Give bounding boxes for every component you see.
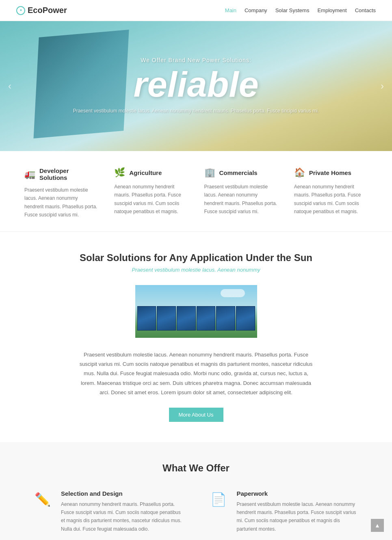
feature-header: 🌿 Agriculture bbox=[114, 167, 188, 178]
hero-subtitle: We Offer Brand New Power Solutions: bbox=[73, 57, 319, 63]
feature-icon: 🏢 bbox=[204, 167, 215, 178]
solar-panel-1 bbox=[137, 306, 156, 330]
feature-item: 🚛 Developer Solutions Praesent vestibulu… bbox=[16, 167, 106, 219]
logo-text: EcoPower bbox=[28, 6, 67, 15]
hero-title: reliable bbox=[73, 67, 319, 102]
hero-section: ‹ We Offer Brand New Power Solutions: re… bbox=[0, 21, 392, 151]
feature-title: Commercials bbox=[219, 169, 258, 176]
nav-item-contacts[interactable]: Contacts bbox=[355, 7, 376, 13]
offer-content: Paperwork Praesent vestibulum molestie l… bbox=[237, 490, 360, 534]
feature-title: Developer Solutions bbox=[39, 167, 98, 181]
main-nav: MainCompanySolar SystemsEmploymentContac… bbox=[225, 7, 376, 13]
feature-header: 🏢 Commercials bbox=[204, 167, 278, 178]
feature-text: Aenean nonummy hendrerit mauris. Phasell… bbox=[294, 183, 368, 216]
offer-text: Aenean nonummy hendrerit mauris. Phasell… bbox=[61, 500, 184, 534]
offer-grid: ✏️ Selection and Design Aenean nonummy h… bbox=[32, 490, 360, 540]
offer-text: Praesent vestibulum molestie lacus. Aene… bbox=[237, 500, 360, 534]
feature-text: Praesent vestibulum molestie lacus. Aene… bbox=[24, 186, 98, 219]
feature-title: Private Homes bbox=[309, 169, 351, 176]
what-title: What We Offer bbox=[32, 462, 360, 474]
logo-icon bbox=[16, 6, 25, 15]
solar-subtitle: Praesent vestibulum molestie lacus. Aene… bbox=[32, 267, 360, 273]
solar-image bbox=[135, 285, 257, 338]
cloud-shape bbox=[221, 289, 245, 297]
nav-item-solar-systems[interactable]: Solar Systems bbox=[275, 7, 310, 13]
feature-text: Praesent vestibulum molestie lacus. Aene… bbox=[204, 183, 278, 216]
feature-text: Aenean nonummy hendrerit mauris. Phasell… bbox=[114, 183, 188, 216]
feature-title: Agriculture bbox=[129, 169, 162, 176]
offer-icon: ✏️ bbox=[32, 492, 53, 534]
feature-icon: 🌿 bbox=[114, 167, 125, 178]
offer-title: Selection and Design bbox=[61, 490, 184, 497]
nav-item-employment[interactable]: Employment bbox=[317, 7, 347, 13]
feature-item: 🌿 Agriculture Aenean nonummy hendrerit m… bbox=[106, 167, 196, 219]
solar-panel-4 bbox=[197, 306, 216, 330]
feature-item: 🏠 Private Homes Aenean nonummy hendrerit… bbox=[286, 167, 376, 219]
nav-item-main[interactable]: Main bbox=[225, 7, 236, 13]
offer-item: 📄 Paperwork Praesent vestibulum molestie… bbox=[208, 490, 360, 534]
feature-header: 🚛 Developer Solutions bbox=[24, 167, 98, 181]
nav-item-company[interactable]: Company bbox=[245, 7, 267, 13]
solar-description: Praesent vestibulum molestie lacus. Aene… bbox=[78, 350, 314, 397]
offer-icon: 📄 bbox=[208, 492, 229, 534]
what-we-offer-section: What We Offer ✏️ Selection and Design Ae… bbox=[0, 442, 392, 540]
solar-panel-6 bbox=[236, 306, 255, 330]
logo: EcoPower bbox=[16, 6, 67, 15]
solar-panels-row bbox=[135, 306, 257, 330]
feature-header: 🏠 Private Homes bbox=[294, 167, 368, 178]
header: EcoPower MainCompanySolar SystemsEmploym… bbox=[0, 0, 392, 21]
hero-prev-arrow[interactable]: ‹ bbox=[8, 80, 11, 92]
offer-item: ✏️ Selection and Design Aenean nonummy h… bbox=[32, 490, 184, 534]
hero-description: Praesent vestibulum molestie lacus. Aene… bbox=[73, 107, 319, 115]
hero-content: We Offer Brand New Power Solutions: reli… bbox=[73, 57, 319, 115]
feature-icon: 🚛 bbox=[24, 169, 35, 179]
solar-panel-3 bbox=[177, 306, 196, 330]
solar-title: Solar Solutions for Any Application Unde… bbox=[32, 252, 360, 264]
solar-panel-5 bbox=[216, 306, 235, 330]
feature-icon: 🏠 bbox=[294, 167, 305, 178]
feature-item: 🏢 Commercials Praesent vestibulum molest… bbox=[196, 167, 286, 219]
hero-next-arrow[interactable]: › bbox=[381, 80, 384, 92]
more-about-button[interactable]: More About Us bbox=[169, 408, 223, 422]
offer-title: Paperwork bbox=[237, 490, 360, 497]
offer-content: Selection and Design Aenean nonummy hend… bbox=[61, 490, 184, 534]
solar-panel-2 bbox=[157, 306, 176, 330]
features-section: 🚛 Developer Solutions Praesent vestibulu… bbox=[0, 151, 392, 232]
back-to-top-button[interactable]: ▲ bbox=[371, 519, 384, 532]
solar-section: Solar Solutions for Any Application Unde… bbox=[0, 232, 392, 442]
